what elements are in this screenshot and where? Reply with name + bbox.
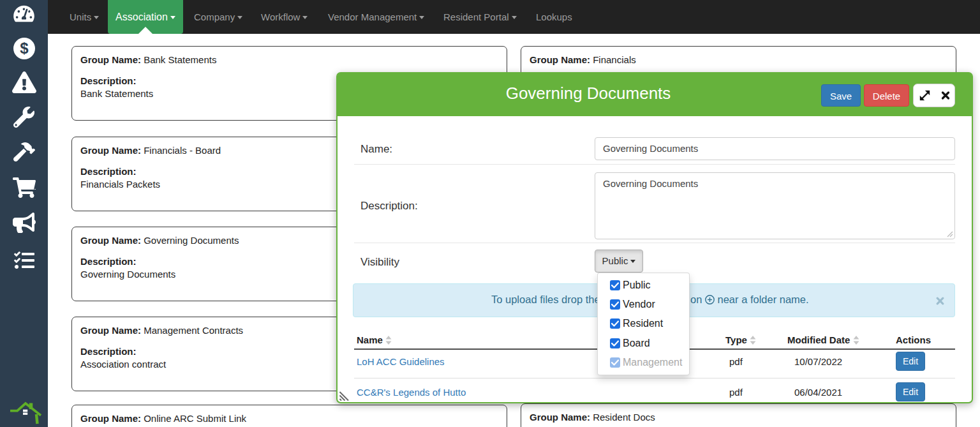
svg-text:$: $ bbox=[20, 40, 29, 57]
